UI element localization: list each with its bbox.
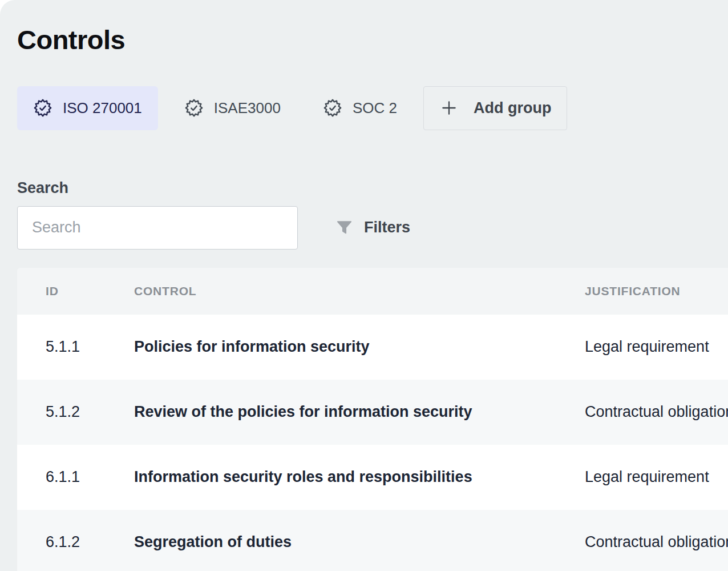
table-row[interactable]: 5.1.2 Review of the policies for informa… — [17, 380, 728, 445]
column-header-control: CONTROL — [134, 284, 585, 298]
cell-control: Review of the policies for information s… — [134, 403, 585, 421]
table-row[interactable]: 6.1.2 Segregation of duties Contractual … — [17, 510, 728, 571]
group-tab-label: ISAE3000 — [214, 99, 281, 117]
filters-button[interactable]: Filters — [335, 219, 410, 236]
cell-justification: Legal requirement — [585, 338, 728, 356]
cell-control: Policies for information security — [134, 338, 585, 356]
table-row[interactable]: 6.1.1 Information security roles and res… — [17, 445, 728, 510]
add-group-label: Add group — [474, 99, 551, 117]
filters-label: Filters — [364, 219, 410, 236]
badge-check-icon — [323, 98, 342, 118]
table-body: 5.1.1 Policies for information security … — [17, 315, 728, 571]
cell-id: 6.1.1 — [17, 468, 134, 486]
column-header-justification: JUSTIFICATION — [585, 284, 728, 298]
group-tab-label: ISO 270001 — [63, 99, 142, 117]
controls-table: ID CONTROL JUSTIFICATION 5.1.1 Policies … — [17, 268, 728, 571]
search-toolbar: Filters — [17, 206, 728, 250]
cell-id: 6.1.2 — [17, 533, 134, 551]
cell-control: Information security roles and responsib… — [134, 468, 585, 486]
controls-page: Controls ISO 270001 ISAE3000 SOC 2 — [0, 0, 728, 571]
search-label: Search — [17, 179, 728, 197]
table-row[interactable]: 5.1.1 Policies for information security … — [17, 315, 728, 380]
funnel-icon — [335, 219, 353, 236]
table-header-row: ID CONTROL JUSTIFICATION — [17, 268, 728, 315]
cell-control: Segregation of duties — [134, 533, 585, 551]
search-input[interactable] — [17, 206, 298, 250]
column-header-id: ID — [17, 284, 134, 298]
badge-check-icon — [33, 98, 52, 118]
group-tab[interactable]: SOC 2 — [307, 86, 413, 130]
group-tabs: ISO 270001 ISAE3000 SOC 2 Add group — [17, 86, 728, 130]
group-tab-label: SOC 2 — [353, 99, 397, 117]
group-tab[interactable]: ISAE3000 — [168, 86, 297, 130]
group-tab[interactable]: ISO 270001 — [17, 86, 158, 130]
plus-icon — [439, 98, 459, 118]
cell-justification: Legal requirement — [585, 468, 728, 486]
badge-check-icon — [184, 98, 204, 118]
page-title: Controls — [17, 25, 728, 55]
cell-justification: Contractual obligation — [585, 403, 728, 421]
cell-id: 5.1.1 — [17, 338, 134, 356]
cell-justification: Contractual obligation — [585, 533, 728, 551]
cell-id: 5.1.2 — [17, 403, 134, 421]
add-group-button[interactable]: Add group — [423, 86, 567, 130]
group-tab-list: ISO 270001 ISAE3000 SOC 2 — [17, 86, 413, 130]
